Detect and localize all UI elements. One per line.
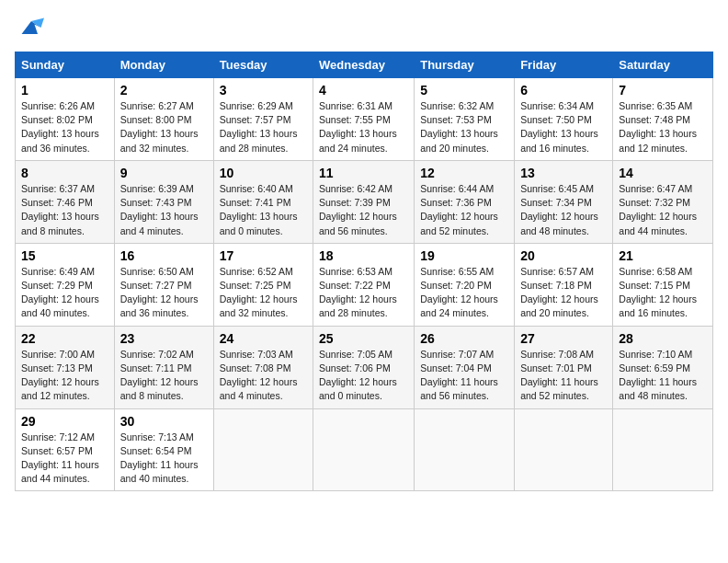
day-number: 21 [619,248,707,263]
day-info: Sunrise: 6:26 AM Sunset: 8:02 PM Dayligh… [21,99,108,155]
day-info: Sunrise: 7:13 AM Sunset: 6:54 PM Dayligh… [120,431,208,487]
day-number: 29 [21,414,108,429]
day-info: Sunrise: 6:39 AM Sunset: 7:43 PM Dayligh… [120,182,208,238]
calendar-cell [613,408,713,491]
logo [15,15,51,40]
day-number: 27 [520,331,607,346]
day-info: Sunrise: 6:34 AM Sunset: 7:50 PM Dayligh… [520,99,607,155]
day-info: Sunrise: 6:50 AM Sunset: 7:27 PM Dayligh… [120,265,208,321]
calendar-week-row: 1Sunrise: 6:26 AM Sunset: 8:02 PM Daylig… [16,78,713,161]
calendar-week-row: 29Sunrise: 7:12 AM Sunset: 6:57 PM Dayli… [16,408,713,491]
calendar-cell [415,408,515,491]
day-info: Sunrise: 6:27 AM Sunset: 8:00 PM Dayligh… [120,99,208,155]
calendar-cell: 12Sunrise: 6:44 AM Sunset: 7:36 PM Dayli… [415,160,515,243]
calendar-cell: 10Sunrise: 6:40 AM Sunset: 7:41 PM Dayli… [213,160,313,243]
calendar-cell: 8Sunrise: 6:37 AM Sunset: 7:46 PM Daylig… [16,160,115,243]
calendar-week-row: 22Sunrise: 7:00 AM Sunset: 7:13 PM Dayli… [16,326,713,408]
calendar-cell: 13Sunrise: 6:45 AM Sunset: 7:34 PM Dayli… [515,160,613,243]
calendar-cell: 18Sunrise: 6:53 AM Sunset: 7:22 PM Dayli… [313,243,415,326]
calendar-cell: 7Sunrise: 6:35 AM Sunset: 7:48 PM Daylig… [613,78,713,161]
day-info: Sunrise: 7:08 AM Sunset: 7:01 PM Dayligh… [520,348,607,404]
calendar-cell: 25Sunrise: 7:05 AM Sunset: 7:06 PM Dayli… [313,326,415,408]
day-info: Sunrise: 6:32 AM Sunset: 7:53 PM Dayligh… [420,99,508,155]
day-info: Sunrise: 6:53 AM Sunset: 7:22 PM Dayligh… [319,265,408,321]
day-info: Sunrise: 6:44 AM Sunset: 7:36 PM Dayligh… [420,182,508,238]
col-header-saturday: Saturday [613,52,713,78]
calendar-table: SundayMondayTuesdayWednesdayThursdayFrid… [15,52,713,491]
calendar-cell: 28Sunrise: 7:10 AM Sunset: 6:59 PM Dayli… [613,326,713,408]
day-number: 8 [21,166,108,180]
day-number: 19 [420,248,508,263]
calendar-cell: 21Sunrise: 6:58 AM Sunset: 7:15 PM Dayli… [613,243,713,326]
calendar-cell: 24Sunrise: 7:03 AM Sunset: 7:08 PM Dayli… [213,326,313,408]
calendar-cell: 19Sunrise: 6:55 AM Sunset: 7:20 PM Dayli… [415,243,515,326]
col-header-wednesday: Wednesday [313,52,415,78]
day-number: 10 [220,166,307,180]
calendar-cell: 3Sunrise: 6:29 AM Sunset: 7:57 PM Daylig… [213,78,313,161]
calendar-cell: 29Sunrise: 7:12 AM Sunset: 6:57 PM Dayli… [16,408,115,491]
calendar-cell [313,408,415,491]
calendar-cell: 27Sunrise: 7:08 AM Sunset: 7:01 PM Dayli… [515,326,613,408]
calendar-cell: 20Sunrise: 6:57 AM Sunset: 7:18 PM Dayli… [515,243,613,326]
calendar-cell: 26Sunrise: 7:07 AM Sunset: 7:04 PM Dayli… [415,326,515,408]
day-number: 28 [619,331,707,346]
calendar-cell: 17Sunrise: 6:52 AM Sunset: 7:25 PM Dayli… [213,243,313,326]
day-number: 18 [319,248,408,263]
col-header-friday: Friday [515,52,613,78]
day-info: Sunrise: 7:02 AM Sunset: 7:11 PM Dayligh… [120,348,208,404]
day-info: Sunrise: 6:47 AM Sunset: 7:32 PM Dayligh… [619,182,707,238]
day-number: 15 [21,248,108,263]
header-row: SundayMondayTuesdayWednesdayThursdayFrid… [16,52,713,78]
calendar-cell: 9Sunrise: 6:39 AM Sunset: 7:43 PM Daylig… [114,160,213,243]
day-info: Sunrise: 6:37 AM Sunset: 7:46 PM Dayligh… [21,182,108,238]
day-number: 7 [619,83,707,98]
day-info: Sunrise: 6:58 AM Sunset: 7:15 PM Dayligh… [619,265,707,321]
calendar-cell [515,408,613,491]
calendar-cell: 4Sunrise: 6:31 AM Sunset: 7:55 PM Daylig… [313,78,415,161]
calendar-body: 1Sunrise: 6:26 AM Sunset: 8:02 PM Daylig… [16,78,713,491]
day-number: 9 [120,166,208,180]
day-number: 14 [619,166,707,180]
calendar-cell: 14Sunrise: 6:47 AM Sunset: 7:32 PM Dayli… [613,160,713,243]
day-number: 4 [319,83,408,98]
day-number: 11 [319,166,408,180]
day-info: Sunrise: 6:52 AM Sunset: 7:25 PM Dayligh… [220,265,307,321]
day-number: 17 [220,248,307,263]
day-info: Sunrise: 7:10 AM Sunset: 6:59 PM Dayligh… [619,348,707,404]
day-info: Sunrise: 7:00 AM Sunset: 7:13 PM Dayligh… [21,348,108,404]
day-number: 22 [21,331,108,346]
day-number: 24 [220,331,307,346]
day-number: 2 [120,83,208,98]
day-info: Sunrise: 6:42 AM Sunset: 7:39 PM Dayligh… [319,182,408,238]
day-info: Sunrise: 7:05 AM Sunset: 7:06 PM Dayligh… [319,348,408,404]
day-info: Sunrise: 6:45 AM Sunset: 7:34 PM Dayligh… [520,182,607,238]
day-number: 20 [520,248,607,263]
col-header-sunday: Sunday [16,52,115,78]
page-header [15,15,713,40]
day-info: Sunrise: 6:49 AM Sunset: 7:29 PM Dayligh… [21,265,108,321]
calendar-cell [213,408,313,491]
calendar-cell: 23Sunrise: 7:02 AM Sunset: 7:11 PM Dayli… [114,326,213,408]
calendar-cell: 1Sunrise: 6:26 AM Sunset: 8:02 PM Daylig… [16,78,115,161]
day-info: Sunrise: 7:03 AM Sunset: 7:08 PM Dayligh… [220,348,307,404]
calendar-cell: 2Sunrise: 6:27 AM Sunset: 8:00 PM Daylig… [114,78,213,161]
col-header-tuesday: Tuesday [213,52,313,78]
day-info: Sunrise: 6:35 AM Sunset: 7:48 PM Dayligh… [619,99,707,155]
day-info: Sunrise: 7:12 AM Sunset: 6:57 PM Dayligh… [21,431,108,487]
calendar-week-row: 15Sunrise: 6:49 AM Sunset: 7:29 PM Dayli… [16,243,713,326]
day-number: 13 [520,166,607,180]
day-info: Sunrise: 7:07 AM Sunset: 7:04 PM Dayligh… [420,348,508,404]
day-number: 1 [21,83,108,98]
day-number: 16 [120,248,208,263]
day-number: 5 [420,83,508,98]
calendar-week-row: 8Sunrise: 6:37 AM Sunset: 7:46 PM Daylig… [16,160,713,243]
day-number: 26 [420,331,508,346]
col-header-thursday: Thursday [415,52,515,78]
day-info: Sunrise: 6:29 AM Sunset: 7:57 PM Dayligh… [220,99,307,155]
day-number: 30 [120,414,208,429]
calendar-cell: 6Sunrise: 6:34 AM Sunset: 7:50 PM Daylig… [515,78,613,161]
day-number: 6 [520,83,607,98]
logo-bird-icon [15,15,48,40]
calendar-cell: 11Sunrise: 6:42 AM Sunset: 7:39 PM Dayli… [313,160,415,243]
calendar-cell: 30Sunrise: 7:13 AM Sunset: 6:54 PM Dayli… [114,408,213,491]
